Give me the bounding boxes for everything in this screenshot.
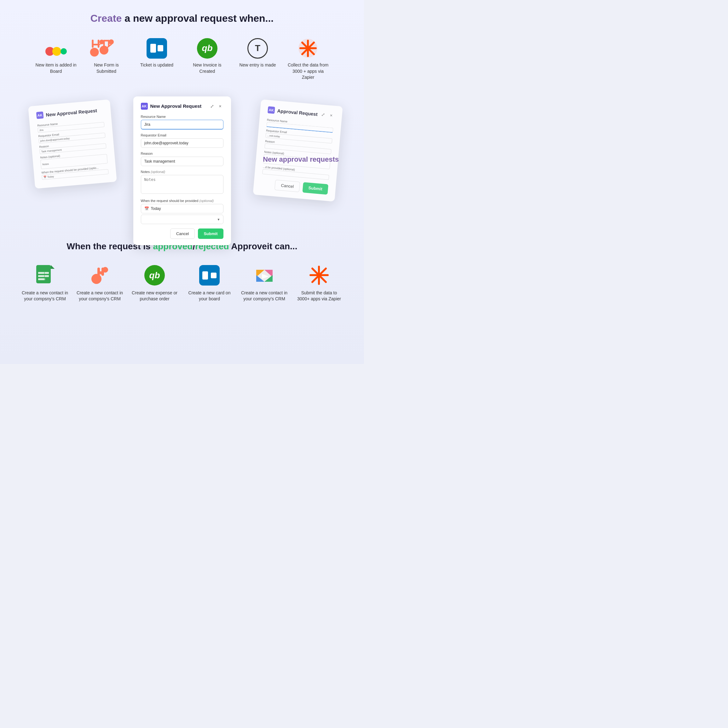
quickbooks-action-icon-wrapper: qb <box>144 264 166 287</box>
modal-header-left-front: AK New Approval Request <box>141 103 202 110</box>
trello-icon <box>147 38 167 59</box>
type-select[interactable] <box>141 215 223 224</box>
quickbooks-action-label: Create new expense or purchase order <box>131 290 178 302</box>
br-actions: Cancel Submit <box>261 178 328 194</box>
modal-title-br: Approval Request <box>277 108 318 116</box>
page-wrapper: Create a new approval request when... <box>0 0 364 364</box>
hubspot-action-label: Create a new contact in your compsny's C… <box>76 290 124 302</box>
svg-point-32 <box>92 274 101 284</box>
trigger-typeform: T New entry is made <box>237 37 278 68</box>
trello-card-left <box>150 44 156 53</box>
monday-label: New item is added in Board <box>36 62 76 74</box>
modal-header-back-right: AK Approval Request ⤢ × <box>268 106 335 119</box>
requestor-email-label: Requestor Email <box>141 133 223 137</box>
modal-actions: Cancel Submit <box>141 228 223 239</box>
quickbooks-action-icon: qb <box>144 265 165 286</box>
zapier-action-icon <box>309 265 329 286</box>
triggers-row: New item is added in Board <box>6 37 358 81</box>
zapier-icon <box>298 38 318 59</box>
notes-label: Notes (optional) <box>141 170 223 174</box>
top-section: Create a new approval request when... <box>0 0 364 87</box>
action-hubspot: Create a new contact in your compsny's C… <box>76 264 124 302</box>
reason-group: Reason <box>141 151 223 166</box>
action-quickbooks: qb Create new expense or purchase order <box>131 264 178 302</box>
resource-name-label: Resource Name <box>141 115 223 118</box>
trigger-hubspot: New Form is Submitted <box>86 37 127 74</box>
zapier-action-icon-wrapper <box>308 264 330 287</box>
trello-action-card-right <box>211 272 217 278</box>
trello-action-card-left <box>202 271 208 280</box>
action-zapier: Submit the data to 3000+ apps via Zapier <box>296 264 343 302</box>
streamlabs-label: Create a new contact in your compsny's C… <box>241 290 288 302</box>
trigger-quickbooks: qb New Invoice is Created <box>187 37 228 74</box>
select-wrapper: ▼ <box>141 215 223 224</box>
date-input[interactable]: 📅 Today <box>141 204 223 213</box>
reason-label: Reason <box>141 151 223 155</box>
typeform-icon-wrapper: T <box>246 37 269 60</box>
modal-back-left: AK New Approval Request Resource Name Ji… <box>28 99 117 189</box>
expand-icon-br[interactable]: ⤢ <box>320 111 326 118</box>
title-highlight: Create <box>90 12 122 24</box>
trello-action-icon-wrapper <box>198 264 221 287</box>
submit-button-br[interactable]: Submit <box>302 182 328 195</box>
close-icon-br[interactable]: × <box>328 112 335 119</box>
notes-textarea[interactable] <box>141 175 223 194</box>
trello-label: Ticket is updated <box>140 62 173 68</box>
svg-rect-12 <box>97 40 99 47</box>
notes-optional: (optional) <box>151 170 165 174</box>
modal-icons-br: ⤢ × <box>320 111 335 119</box>
modal-header-front: AK New Approval Request ⤢ × <box>141 103 223 110</box>
modal-title-bl: New Approval Request <box>46 107 97 117</box>
streamlabs-icon-wrapper <box>253 264 276 287</box>
reason-input[interactable] <box>141 157 223 166</box>
svg-rect-11 <box>92 40 93 47</box>
modal-back-right: AK Approval Request ⤢ × Resource Name Re… <box>253 99 343 202</box>
svg-rect-25 <box>38 272 49 274</box>
monday-icon-wrapper <box>45 37 67 60</box>
trello-action-label: Create a new card on your board <box>186 290 233 302</box>
svg-rect-23 <box>36 265 51 283</box>
modal-header-back-left: AK New Approval Request <box>36 106 103 119</box>
modal-header-left-br: AK Approval Request <box>268 106 318 118</box>
modal-title-front: New Approval Request <box>150 103 202 109</box>
quickbooks-icon: qb <box>197 38 217 59</box>
page-title: Create a new approval request when... <box>6 12 358 24</box>
typeform-label: New entry is made <box>240 62 276 68</box>
new-approval-label: New approval requests <box>263 155 339 164</box>
close-icon-front[interactable]: × <box>217 103 223 109</box>
modal-logo-br: AK <box>268 106 275 114</box>
monday-icon <box>45 40 67 57</box>
svg-point-14 <box>90 47 99 57</box>
trello-action-icon <box>199 265 220 286</box>
expand-icon-front[interactable]: ⤢ <box>209 103 215 109</box>
svg-point-1 <box>52 47 61 56</box>
hubspot-action-icon <box>90 265 110 286</box>
svg-point-3 <box>61 49 66 54</box>
cancel-button-br[interactable]: Cancel <box>274 180 300 192</box>
modal-logo-bl: AK <box>36 112 44 119</box>
typeform-icon: T <box>248 38 268 59</box>
zapier-icon-wrapper <box>297 37 320 60</box>
modal-section: AK New Approval Request Resource Name Ji… <box>0 93 364 226</box>
zapier-label: Collect the data from 3000 + apps via Za… <box>288 62 329 81</box>
requestor-email-group: Requestor Email <box>141 133 223 148</box>
action-google-sheets: Create a new contact in your compsny's C… <box>21 264 69 302</box>
hubspot-icon <box>95 37 118 60</box>
when-provided-group: When the request should be provided (opt… <box>141 199 223 224</box>
requestor-email-input[interactable] <box>141 138 223 148</box>
new-approval-text: New approval requests <box>263 155 339 163</box>
when-optional: (optional) <box>199 199 214 203</box>
resource-name-input[interactable] <box>141 120 223 130</box>
modal-icons-front: ⤢ × <box>209 103 223 109</box>
chevron-down-icon: ▼ <box>217 217 220 221</box>
cancel-button[interactable]: Cancel <box>170 228 195 239</box>
quickbooks-label: New Invoice is Created <box>187 62 228 74</box>
streamlabs-icon <box>254 265 275 286</box>
submit-button[interactable]: Submit <box>198 228 223 239</box>
action-trello: Create a new card on your board <box>186 264 233 302</box>
google-sheets-icon-wrapper <box>34 264 57 287</box>
when-provided-label: When the request should be provided (opt… <box>141 199 223 203</box>
actions-row: Create a new contact in your compsny's C… <box>6 264 358 302</box>
notes-group: Notes (optional) <box>141 170 223 195</box>
date-value: Today <box>151 206 161 211</box>
